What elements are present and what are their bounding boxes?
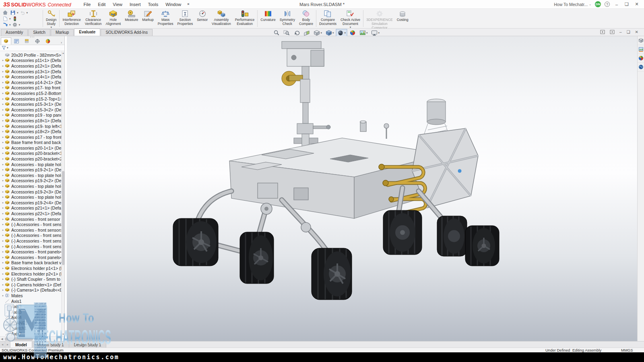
curvature-button[interactable]: Curvature [258,9,277,28]
apply-scene-button[interactable]: ▾ [358,29,369,37]
menu-insert[interactable]: Insert [126,1,144,8]
expander-icon[interactable]: ▸ [1,267,5,270]
zoom-to-area-button[interactable] [282,29,291,37]
tree-item[interactable]: Axis7 [0,331,61,336]
workspace-selector[interactable]: How To Mechatr...⌄ [554,2,591,7]
expander-icon[interactable]: ▸ [1,272,5,276]
tree-tab-dimxpertmanager[interactable] [32,37,43,45]
tree-item[interactable]: ▸Base frame front and back bracket<1 [0,140,61,146]
expander-icon[interactable]: ▸ [1,283,5,286]
tree-item[interactable]: ▸Accessories p19-2<2> (Default<<Def [0,178,61,184]
restore-button[interactable]: ❏ [623,2,630,7]
tree-item[interactable]: ▸Base frame back bracket v2<1> (Defa [0,260,61,266]
scroll-up-arrow[interactable]: ▲ [62,51,65,55]
3dexperience-marketplace-button[interactable] [638,63,644,72]
expander-icon[interactable]: ▸ [1,81,5,84]
model-tab-motion-study-1[interactable]: Motion Study 1 [32,341,69,348]
tree-item[interactable]: ▸(-) Camera holder<1> (Default<<Def [0,282,61,288]
tree-tab-configurationmanager[interactable] [22,37,32,45]
home-button[interactable] [2,10,9,16]
tree-item[interactable]: ▸Accessories - front sensor p2<1> (De [0,216,61,222]
menu-edit[interactable]: Edit [94,1,109,8]
help-button[interactable]: ? [605,2,610,7]
tree-item[interactable]: ▸Accessories - front panels<2> (Defau [0,255,61,260]
tree-item[interactable]: ▸Accessories - top plate holder<1> (D [0,162,61,167]
tree-item[interactable]: ▸Electronics holder p1<1> (Default<< [0,265,61,271]
tree-item[interactable]: ▸Accessories p18<2> (Default<<Defau [0,129,61,134]
dropdown-caret-icon[interactable]: ▾ [27,12,28,14]
tree-item[interactable]: Axis4 [0,315,61,321]
expander-icon[interactable]: ▸ [1,190,5,193]
dropdown-caret-icon[interactable]: ▾ [332,32,334,34]
tree-item[interactable]: ▸Accessories p19-2<4> (Default<<Def [0,200,61,206]
hole-alignment-button[interactable]: HoleAlignment [103,9,123,28]
expander-icon[interactable]: ▸ [1,163,5,166]
tree-item[interactable]: Axis2 [0,304,61,309]
minimize-button[interactable]: – [613,2,620,7]
pane-left-icon[interactable] [600,30,605,34]
expander-icon[interactable]: ▸ [1,250,5,253]
graphics-viewport[interactable] [67,36,637,341]
symmetry-check-button[interactable]: SymmetryCheck [278,9,297,28]
tree-item[interactable]: ▸Accessories p14-2<1> (Default<<Def [0,80,61,85]
expander-icon[interactable]: ▸ [1,245,5,248]
tree-item[interactable]: ▸Accessiories p15-2-Bottom<1> ->? ( [0,90,61,96]
expander-icon[interactable]: ▸ [1,119,5,122]
dropdown-caret-icon[interactable]: ▾ [345,32,346,34]
tree-item[interactable]: ▸(-) Accessories - front sensor p3<3> [0,238,61,244]
dropdown-caret-icon[interactable]: ▾ [9,24,11,26]
dropdown-caret-icon[interactable]: ▾ [378,32,380,34]
tree-item[interactable]: ▸Accessiories p15-2-Top<1> ->? (Defa [0,96,61,102]
solidworks-resources-button[interactable] [638,36,644,45]
costing-button[interactable]: Costing [395,9,411,28]
model-tab-model[interactable]: Model [10,341,32,348]
tree-item[interactable]: Axis3 [0,309,61,315]
expander-icon[interactable]: ▸ [1,157,5,160]
appearances-scenes-button[interactable] [638,54,644,63]
expander-icon[interactable]: ▸ [1,256,5,259]
tree-item[interactable]: ▸Accessories p18<1> (Default<<Defau [0,118,61,123]
expander-icon[interactable]: ▸ [1,228,5,232]
expander-icon[interactable]: ▸ [1,97,5,101]
tree-item[interactable]: ▸Accessories p20-bracket<2> (Default [0,156,61,162]
avatar[interactable]: DN [595,1,601,7]
pane-right-icon[interactable] [610,30,615,34]
expander-icon[interactable]: ▸ [1,113,5,117]
tree-item[interactable]: ▸Accessories p17 - top front left<1> ( [0,134,61,140]
tree-item[interactable]: ▸(-) Accessories - front sensor p3<1> [0,222,61,227]
dropdown-caret-icon[interactable]: ▾ [19,24,21,26]
performance-evaluation-button[interactable]: PerformanceEvaluation [233,9,257,28]
assembly-visualization-button[interactable]: AssemblyVisualization [210,9,233,28]
tree-item[interactable]: ▸Accessories p15-3<2> (Default<<Def [0,107,61,113]
dropdown-caret-icon[interactable]: ▾ [366,32,368,34]
expander-icon[interactable]: ▸ [1,179,5,182]
close-button[interactable]: ✕ [634,2,640,7]
tree-item[interactable]: Axis1 [0,298,61,304]
tab-sketch[interactable]: Sketch [28,29,50,36]
tree-filter[interactable]: ▾ [0,45,64,51]
tree-item[interactable]: ▸Accessories p21<1> (Default<<Defau [0,206,61,211]
tree-item[interactable]: ▸Accessories p20-1<1> (Default<<Def [0,145,61,151]
menu-window[interactable]: Window [162,1,185,8]
expander-icon[interactable]: ▸ [1,212,5,215]
view-settings-button[interactable]: ▾ [370,29,381,37]
expander-icon[interactable]: ▸ [1,288,5,292]
clearance-verification-button[interactable]: ClearanceVerification [83,9,104,28]
doc-restore-button[interactable]: ❏ [627,30,630,34]
tree-item[interactable]: ▸Accessories p11<1> (Default<<Defau [0,58,61,64]
tree-item[interactable]: ▸(-) Shaft Coupler - 5mm to 5mm (v2 [0,276,61,282]
menu-file[interactable]: File [80,1,95,8]
tree-tab-featuremanager[interactable] [1,37,11,45]
tree-item[interactable]: Sketch1 [0,326,61,331]
tree-item[interactable]: PLANE1 [0,320,61,326]
measure-button[interactable]: Measure [123,9,140,28]
tree-item[interactable]: ▸Accessories p15-3<1> (Default<<Def [0,101,61,107]
tree-item[interactable]: ▸Accessories p19- top left<1> (Defaul [0,123,61,129]
section-properties-button[interactable]: SectionProperties [175,9,195,28]
mass-properties-button[interactable]: MassProperties [156,9,175,28]
expander-icon[interactable]: ▸ [1,185,5,188]
tree-item[interactable]: ▸(-) Accessories - front sensor p3<4> [0,244,61,249]
pin-icon[interactable]: ✦ [185,1,191,8]
menu-tools[interactable]: Tools [144,1,162,8]
tab-markup[interactable]: Markup [51,29,74,36]
